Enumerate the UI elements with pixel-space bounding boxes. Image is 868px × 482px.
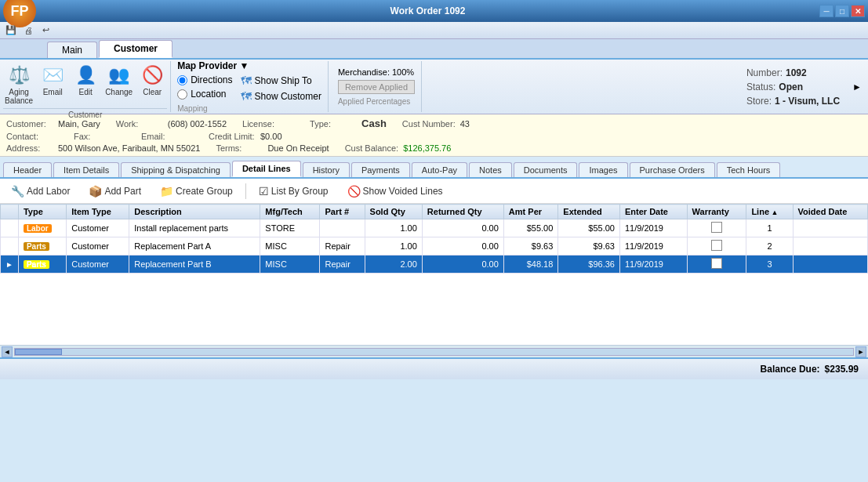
tab-detail-lines[interactable]: Detail Lines: [232, 161, 301, 177]
warranty-checkbox[interactable]: [711, 240, 722, 251]
tab-history[interactable]: History: [303, 162, 350, 177]
license-field: License:: [242, 119, 294, 129]
tab-tech-hours[interactable]: Tech Hours: [717, 162, 781, 177]
mapping-group-label: Mapping: [177, 104, 321, 113]
tab-documents[interactable]: Documents: [514, 162, 578, 177]
type-badge: Parts: [24, 260, 49, 269]
add-labor-label: Add Labor: [27, 186, 70, 197]
work-field: Work: (608) 002-1552: [116, 119, 227, 129]
warranty-checkbox[interactable]: [711, 222, 722, 233]
tab-header[interactable]: Header: [3, 162, 52, 177]
row-type: Parts: [18, 255, 66, 274]
address-value: 500 Wilson Ave, Faribault, MN 55021: [58, 143, 200, 153]
show-voided-icon: 🚫: [347, 185, 361, 198]
edit-button[interactable]: 👤 Edit: [71, 61, 100, 107]
scroll-left-button[interactable]: ◄: [2, 346, 13, 357]
add-part-button[interactable]: 📦 Add Part: [82, 183, 147, 199]
save-button[interactable]: 💾: [3, 24, 19, 38]
type-badge: Labor: [24, 224, 52, 233]
contact-label: Contact:: [6, 132, 53, 141]
row-amt-per: $55.00: [503, 219, 557, 237]
number-label: Number:: [746, 67, 783, 78]
work-value: (608) 002-1552: [168, 119, 227, 129]
show-customer-label: Show Customer: [255, 91, 321, 102]
email-button[interactable]: ✉️ Email: [38, 61, 67, 107]
clear-label: Clear: [143, 88, 162, 96]
show-voided-label: Show Voided Lines: [363, 186, 443, 197]
map-provider-dropdown[interactable]: Map Provider ▼: [177, 60, 321, 71]
show-voided-button[interactable]: 🚫 Show Voided Lines: [341, 183, 449, 199]
col-item-type: Item Type: [67, 205, 129, 219]
tab-images[interactable]: Images: [579, 162, 627, 177]
change-icon: 👥: [107, 63, 132, 88]
list-by-group-button[interactable]: ☑ List By Group: [252, 183, 335, 199]
create-group-button[interactable]: 📁 Create Group: [154, 183, 239, 199]
directions-radio-input[interactable]: [177, 75, 187, 85]
show-ship-to-button[interactable]: 🗺 Show Ship To: [241, 74, 321, 87]
tab-item-details[interactable]: Item Details: [53, 162, 119, 177]
tab-payments[interactable]: Payments: [351, 162, 410, 177]
table-row[interactable]: ► Parts Customer Replacement Part B MISC…: [1, 255, 868, 274]
row-description: Replacement Part A: [129, 237, 260, 255]
location-radio[interactable]: Location: [177, 89, 232, 100]
row-extended: $96.36: [558, 255, 620, 274]
col-indicator: [1, 205, 19, 219]
status-value: Open: [779, 82, 803, 92]
create-group-label: Create Group: [176, 186, 233, 197]
table-body: Labor Customer Install replacement parts…: [1, 219, 868, 274]
main-tab-bar: Main Customer: [0, 39, 868, 60]
email-field: Email:: [141, 132, 193, 141]
tab-main[interactable]: Main: [47, 42, 97, 58]
minimize-button[interactable]: ─: [819, 5, 833, 17]
row-part-num: [320, 219, 365, 237]
directions-radio[interactable]: Directions: [177, 74, 232, 85]
info-number-row: Number: 1092: [746, 67, 840, 78]
row-part-num: Repair: [320, 237, 365, 255]
row-returned-qty: 0.00: [422, 255, 503, 274]
undo-button[interactable]: ↩: [38, 24, 53, 38]
show-ship-to-label: Show Ship To: [255, 75, 312, 86]
more-arrow[interactable]: ►: [849, 61, 865, 112]
table-row[interactable]: Labor Customer Install replacement parts…: [1, 219, 868, 237]
print-button[interactable]: 🖨: [20, 24, 36, 38]
tab-auto-pay[interactable]: Auto-Pay: [412, 162, 467, 177]
row-warranty[interactable]: [687, 237, 746, 255]
clear-button[interactable]: 🚫 Clear: [137, 61, 167, 107]
email-label: Email: [43, 88, 63, 96]
location-radio-input[interactable]: [177, 89, 187, 100]
credit-limit-field: Credit Limit: $0.00: [209, 132, 282, 141]
show-customer-button[interactable]: 🗺 Show Customer: [241, 90, 321, 103]
close-button[interactable]: ✕: [851, 5, 865, 17]
row-warranty[interactable]: [687, 255, 746, 274]
add-labor-button[interactable]: 🔧 Add Labor: [5, 183, 76, 199]
remove-applied-button[interactable]: Remove Applied: [338, 80, 415, 94]
tab-shipping[interactable]: Shipping & Dispatching: [121, 162, 231, 177]
tab-purchase-orders[interactable]: Purchase Orders: [630, 162, 715, 177]
warranty-checkbox[interactable]: [711, 258, 722, 269]
table-row[interactable]: Parts Customer Replacement Part A MISC R…: [1, 237, 868, 255]
aging-balance-button[interactable]: ⚖️ AgingBalance: [3, 61, 35, 107]
table-header-row: Type Item Type Description Mfg/Tech Part…: [1, 205, 868, 219]
aging-balance-label: AgingBalance: [5, 88, 33, 105]
col-type: Type: [18, 205, 66, 219]
scroll-thumb[interactable]: [15, 349, 62, 355]
merchandise-text: Merchandise: 100%: [338, 67, 415, 77]
license-label: License:: [242, 119, 289, 129]
horizontal-scrollbar[interactable]: ◄ ►: [0, 345, 868, 357]
tab-notes[interactable]: Notes: [469, 162, 512, 177]
customer-toolbar-group: ⚖️ AgingBalance ✉️ Email 👤 Edit 👥 Change…: [3, 61, 167, 112]
number-value: 1092: [786, 67, 807, 78]
change-button[interactable]: 👥 Change: [104, 61, 134, 107]
cust-balance-label: Cust Balance:: [345, 143, 398, 153]
tab-customer[interactable]: Customer: [99, 40, 173, 58]
work-label: Work:: [116, 119, 163, 129]
col-line[interactable]: Line: [746, 205, 793, 219]
row-sold-qty: 1.00: [365, 219, 422, 237]
row-warranty[interactable]: [687, 219, 746, 237]
balance-due-value: $235.99: [825, 364, 859, 375]
cust-number-label: Cust Number:: [402, 119, 456, 129]
action-toolbar: 🔧 Add Labor 📦 Add Part 📁 Create Group ☑ …: [0, 179, 868, 204]
maximize-button[interactable]: □: [835, 5, 849, 17]
col-voided-date: Voided Date: [793, 205, 867, 219]
scroll-right-button[interactable]: ►: [855, 346, 866, 357]
